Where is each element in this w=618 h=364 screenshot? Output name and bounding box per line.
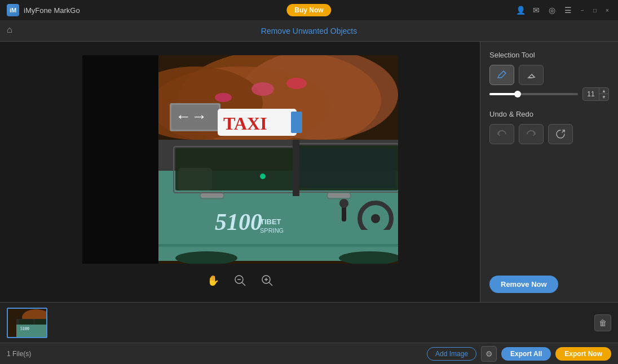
home-icon[interactable]: ⌂: [7, 25, 19, 37]
titlebar-left: iM iMyFone MarkGo: [7, 4, 80, 16]
buy-now-button[interactable]: Buy Now: [286, 4, 331, 16]
slider-down-arrow[interactable]: ▼: [599, 94, 608, 100]
svg-line-45: [242, 282, 245, 286]
slider-track[interactable]: [489, 93, 578, 95]
svg-point-6: [251, 82, 274, 96]
app-logo: iM: [7, 4, 19, 16]
pencil-tool-button[interactable]: [489, 65, 514, 85]
menu-icon[interactable]: ☰: [563, 5, 573, 15]
window-controls: − □ ×: [579, 6, 611, 14]
slider-up-arrow[interactable]: ▲: [599, 88, 608, 94]
slider-fill: [489, 93, 516, 95]
svg-rect-59: [35, 319, 47, 325]
svg-rect-24: [201, 193, 223, 198]
main-content: ←→ TAXI: [0, 42, 618, 302]
zoom-out-icon[interactable]: [232, 273, 248, 288]
svg-point-8: [215, 93, 232, 102]
export-all-button[interactable]: Export All: [501, 347, 551, 361]
export-now-button[interactable]: Export Now: [555, 347, 611, 361]
svg-rect-14: [291, 112, 302, 133]
svg-rect-21: [293, 140, 299, 196]
svg-rect-58: [19, 319, 33, 325]
svg-text:5100: 5100: [20, 326, 29, 331]
slider-row: 11 ▲ ▼: [489, 87, 609, 101]
slider-value-box: 11 ▲ ▼: [582, 87, 609, 101]
titlebar-right: 👤 ✉ ◎ ☰ − □ ×: [515, 5, 611, 15]
thumbnail-image: 5100: [8, 309, 46, 337]
refresh-button[interactable]: [548, 124, 573, 144]
titlebar-center-controls: Buy Now: [286, 4, 331, 16]
svg-rect-38: [156, 244, 398, 247]
selection-tool-title: Selection Tool: [489, 51, 609, 59]
page-title: Remove Unwanted Objects: [261, 26, 357, 35]
svg-point-30: [371, 214, 380, 223]
undo-button[interactable]: [489, 124, 514, 144]
add-image-button[interactable]: Add Image: [427, 347, 476, 361]
eraser-tool-button[interactable]: [519, 65, 544, 85]
remove-now-button[interactable]: Remove Now: [489, 276, 558, 293]
hand-tool-icon[interactable]: ✋: [205, 273, 221, 288]
svg-rect-22: [328, 193, 350, 198]
image-container[interactable]: ←→ TAXI: [82, 55, 398, 264]
taxi-image: ←→ TAXI: [82, 55, 398, 264]
titlebar: iM iMyFone MarkGo Buy Now 👤 ✉ ◎ ☰ − □ ×: [0, 0, 618, 20]
svg-text:←→: ←→: [175, 108, 207, 125]
svg-line-51: [504, 71, 506, 73]
app-title: iMyFone MarkGo: [24, 6, 80, 15]
canvas-area: ←→ TAXI: [0, 42, 480, 302]
user-icon[interactable]: 👤: [515, 5, 526, 15]
svg-text:TAXI: TAXI: [223, 113, 267, 134]
thumbnail-item[interactable]: 5100: [7, 308, 47, 338]
delete-file-button[interactable]: 🗑: [594, 314, 611, 331]
svg-text:TIBET: TIBET: [260, 217, 281, 226]
undo-redo-title: Undo & Redo: [489, 110, 609, 118]
settings-button[interactable]: ⚙: [481, 346, 497, 362]
zoom-in-icon[interactable]: [259, 273, 275, 288]
svg-rect-42: [82, 55, 158, 264]
svg-point-32: [339, 199, 348, 208]
minimize-button[interactable]: −: [579, 6, 586, 14]
slider-arrows: ▲ ▼: [599, 88, 608, 100]
selection-tool-section: Selection Tool: [489, 51, 609, 101]
svg-rect-33: [299, 148, 395, 188]
slider-thumb[interactable]: [514, 91, 521, 97]
bottom-strip: 5100 🗑 1 File(s) Add Image ⚙ Export All …: [0, 302, 618, 364]
right-panel: Selection Tool: [480, 42, 618, 302]
undo-redo-buttons: [489, 124, 609, 144]
bottom-bar: 1 File(s) Add Image ⚙ Export All Export …: [0, 343, 618, 364]
filmstrip: 5100 🗑: [0, 303, 618, 343]
svg-text:SPRING: SPRING: [260, 227, 284, 234]
maximize-button[interactable]: □: [591, 6, 599, 14]
svg-point-41: [260, 174, 266, 179]
undo-redo-section: Undo & Redo: [489, 110, 609, 144]
tool-buttons: [489, 65, 609, 85]
mail-icon[interactable]: ✉: [531, 5, 541, 15]
image-controls: ✋: [205, 273, 275, 288]
toolbar: ⌂ Remove Unwanted Objects: [0, 20, 618, 42]
svg-rect-36: [178, 168, 212, 190]
bottom-right-controls: Add Image ⚙ Export All Export Now: [427, 346, 611, 362]
close-button[interactable]: ×: [603, 6, 611, 14]
svg-line-48: [269, 282, 272, 286]
file-count: 1 File(s): [7, 350, 31, 358]
globe-icon[interactable]: ◎: [547, 5, 557, 15]
svg-text:5100: 5100: [215, 209, 262, 235]
slider-value: 11: [583, 89, 599, 99]
redo-button[interactable]: [519, 124, 544, 144]
svg-point-7: [286, 78, 307, 89]
panel-spacer: [489, 153, 609, 267]
svg-line-52: [532, 74, 535, 77]
